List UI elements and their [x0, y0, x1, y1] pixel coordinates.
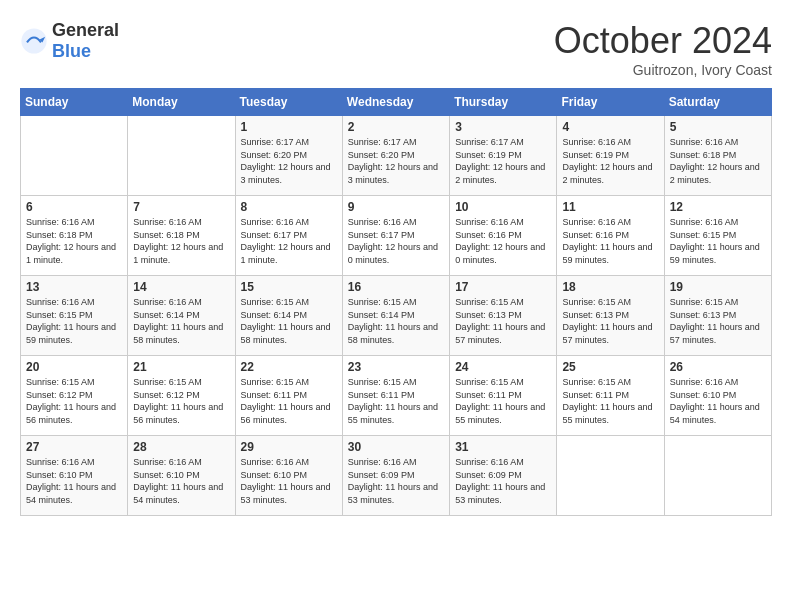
day-header-tuesday: Tuesday: [235, 89, 342, 116]
day-info: Sunrise: 6:16 AM Sunset: 6:10 PM Dayligh…: [241, 456, 337, 506]
calendar-week-row: 27Sunrise: 6:16 AM Sunset: 6:10 PM Dayli…: [21, 436, 772, 516]
calendar-cell: 17Sunrise: 6:15 AM Sunset: 6:13 PM Dayli…: [450, 276, 557, 356]
location-subtitle: Guitrozon, Ivory Coast: [554, 62, 772, 78]
day-number: 26: [670, 360, 766, 374]
calendar-week-row: 1Sunrise: 6:17 AM Sunset: 6:20 PM Daylig…: [21, 116, 772, 196]
day-info: Sunrise: 6:16 AM Sunset: 6:17 PM Dayligh…: [241, 216, 337, 266]
calendar-cell: 18Sunrise: 6:15 AM Sunset: 6:13 PM Dayli…: [557, 276, 664, 356]
calendar-cell: 20Sunrise: 6:15 AM Sunset: 6:12 PM Dayli…: [21, 356, 128, 436]
calendar-cell: [21, 116, 128, 196]
day-info: Sunrise: 6:16 AM Sunset: 6:14 PM Dayligh…: [133, 296, 229, 346]
day-number: 7: [133, 200, 229, 214]
day-info: Sunrise: 6:16 AM Sunset: 6:10 PM Dayligh…: [133, 456, 229, 506]
day-number: 29: [241, 440, 337, 454]
calendar-cell: 14Sunrise: 6:16 AM Sunset: 6:14 PM Dayli…: [128, 276, 235, 356]
logo: General Blue: [20, 20, 119, 62]
day-info: Sunrise: 6:15 AM Sunset: 6:13 PM Dayligh…: [670, 296, 766, 346]
calendar-cell: 25Sunrise: 6:15 AM Sunset: 6:11 PM Dayli…: [557, 356, 664, 436]
calendar-cell: 2Sunrise: 6:17 AM Sunset: 6:20 PM Daylig…: [342, 116, 449, 196]
day-info: Sunrise: 6:16 AM Sunset: 6:18 PM Dayligh…: [26, 216, 122, 266]
calendar-cell: 22Sunrise: 6:15 AM Sunset: 6:11 PM Dayli…: [235, 356, 342, 436]
calendar-cell: 11Sunrise: 6:16 AM Sunset: 6:16 PM Dayli…: [557, 196, 664, 276]
calendar-cell: 10Sunrise: 6:16 AM Sunset: 6:16 PM Dayli…: [450, 196, 557, 276]
title-block: October 2024 Guitrozon, Ivory Coast: [554, 20, 772, 78]
calendar-cell: 31Sunrise: 6:16 AM Sunset: 6:09 PM Dayli…: [450, 436, 557, 516]
calendar-cell: 29Sunrise: 6:16 AM Sunset: 6:10 PM Dayli…: [235, 436, 342, 516]
day-number: 9: [348, 200, 444, 214]
calendar-week-row: 13Sunrise: 6:16 AM Sunset: 6:15 PM Dayli…: [21, 276, 772, 356]
calendar-cell: 5Sunrise: 6:16 AM Sunset: 6:18 PM Daylig…: [664, 116, 771, 196]
calendar-cell: 4Sunrise: 6:16 AM Sunset: 6:19 PM Daylig…: [557, 116, 664, 196]
day-number: 19: [670, 280, 766, 294]
day-number: 27: [26, 440, 122, 454]
calendar-week-row: 6Sunrise: 6:16 AM Sunset: 6:18 PM Daylig…: [21, 196, 772, 276]
day-info: Sunrise: 6:15 AM Sunset: 6:12 PM Dayligh…: [26, 376, 122, 426]
calendar-cell: 27Sunrise: 6:16 AM Sunset: 6:10 PM Dayli…: [21, 436, 128, 516]
day-number: 12: [670, 200, 766, 214]
day-info: Sunrise: 6:15 AM Sunset: 6:13 PM Dayligh…: [562, 296, 658, 346]
page-header: General Blue October 2024 Guitrozon, Ivo…: [20, 20, 772, 78]
day-header-friday: Friday: [557, 89, 664, 116]
day-number: 11: [562, 200, 658, 214]
day-info: Sunrise: 6:16 AM Sunset: 6:19 PM Dayligh…: [562, 136, 658, 186]
day-number: 16: [348, 280, 444, 294]
day-number: 8: [241, 200, 337, 214]
calendar-cell: 15Sunrise: 6:15 AM Sunset: 6:14 PM Dayli…: [235, 276, 342, 356]
day-number: 18: [562, 280, 658, 294]
day-info: Sunrise: 6:15 AM Sunset: 6:13 PM Dayligh…: [455, 296, 551, 346]
day-info: Sunrise: 6:17 AM Sunset: 6:19 PM Dayligh…: [455, 136, 551, 186]
calendar-header-row: SundayMondayTuesdayWednesdayThursdayFrid…: [21, 89, 772, 116]
day-number: 5: [670, 120, 766, 134]
day-header-saturday: Saturday: [664, 89, 771, 116]
day-number: 25: [562, 360, 658, 374]
day-number: 31: [455, 440, 551, 454]
day-info: Sunrise: 6:15 AM Sunset: 6:11 PM Dayligh…: [562, 376, 658, 426]
day-header-sunday: Sunday: [21, 89, 128, 116]
day-info: Sunrise: 6:16 AM Sunset: 6:16 PM Dayligh…: [562, 216, 658, 266]
calendar-cell: 8Sunrise: 6:16 AM Sunset: 6:17 PM Daylig…: [235, 196, 342, 276]
day-info: Sunrise: 6:15 AM Sunset: 6:14 PM Dayligh…: [241, 296, 337, 346]
day-number: 1: [241, 120, 337, 134]
day-number: 3: [455, 120, 551, 134]
logo-blue-text: Blue: [52, 41, 91, 61]
calendar-cell: 7Sunrise: 6:16 AM Sunset: 6:18 PM Daylig…: [128, 196, 235, 276]
day-info: Sunrise: 6:15 AM Sunset: 6:11 PM Dayligh…: [455, 376, 551, 426]
day-number: 15: [241, 280, 337, 294]
calendar-body: 1Sunrise: 6:17 AM Sunset: 6:20 PM Daylig…: [21, 116, 772, 516]
calendar-cell: [557, 436, 664, 516]
day-number: 2: [348, 120, 444, 134]
calendar-cell: 30Sunrise: 6:16 AM Sunset: 6:09 PM Dayli…: [342, 436, 449, 516]
day-number: 4: [562, 120, 658, 134]
day-info: Sunrise: 6:15 AM Sunset: 6:11 PM Dayligh…: [241, 376, 337, 426]
day-number: 24: [455, 360, 551, 374]
month-title: October 2024: [554, 20, 772, 62]
day-number: 23: [348, 360, 444, 374]
calendar-cell: 3Sunrise: 6:17 AM Sunset: 6:19 PM Daylig…: [450, 116, 557, 196]
calendar-table: SundayMondayTuesdayWednesdayThursdayFrid…: [20, 88, 772, 516]
calendar-week-row: 20Sunrise: 6:15 AM Sunset: 6:12 PM Dayli…: [21, 356, 772, 436]
calendar-cell: 28Sunrise: 6:16 AM Sunset: 6:10 PM Dayli…: [128, 436, 235, 516]
day-info: Sunrise: 6:15 AM Sunset: 6:12 PM Dayligh…: [133, 376, 229, 426]
day-info: Sunrise: 6:15 AM Sunset: 6:14 PM Dayligh…: [348, 296, 444, 346]
day-info: Sunrise: 6:16 AM Sunset: 6:09 PM Dayligh…: [455, 456, 551, 506]
calendar-cell: 12Sunrise: 6:16 AM Sunset: 6:15 PM Dayli…: [664, 196, 771, 276]
day-number: 20: [26, 360, 122, 374]
day-number: 21: [133, 360, 229, 374]
day-info: Sunrise: 6:16 AM Sunset: 6:09 PM Dayligh…: [348, 456, 444, 506]
calendar-cell: 9Sunrise: 6:16 AM Sunset: 6:17 PM Daylig…: [342, 196, 449, 276]
day-info: Sunrise: 6:15 AM Sunset: 6:11 PM Dayligh…: [348, 376, 444, 426]
day-info: Sunrise: 6:17 AM Sunset: 6:20 PM Dayligh…: [241, 136, 337, 186]
day-info: Sunrise: 6:16 AM Sunset: 6:16 PM Dayligh…: [455, 216, 551, 266]
logo-icon: [20, 27, 48, 55]
day-header-monday: Monday: [128, 89, 235, 116]
calendar-cell: 16Sunrise: 6:15 AM Sunset: 6:14 PM Dayli…: [342, 276, 449, 356]
day-info: Sunrise: 6:16 AM Sunset: 6:18 PM Dayligh…: [133, 216, 229, 266]
calendar-cell: 26Sunrise: 6:16 AM Sunset: 6:10 PM Dayli…: [664, 356, 771, 436]
calendar-cell: 23Sunrise: 6:15 AM Sunset: 6:11 PM Dayli…: [342, 356, 449, 436]
day-number: 28: [133, 440, 229, 454]
day-number: 22: [241, 360, 337, 374]
day-info: Sunrise: 6:16 AM Sunset: 6:15 PM Dayligh…: [26, 296, 122, 346]
calendar-cell: 13Sunrise: 6:16 AM Sunset: 6:15 PM Dayli…: [21, 276, 128, 356]
day-info: Sunrise: 6:16 AM Sunset: 6:10 PM Dayligh…: [26, 456, 122, 506]
day-number: 14: [133, 280, 229, 294]
